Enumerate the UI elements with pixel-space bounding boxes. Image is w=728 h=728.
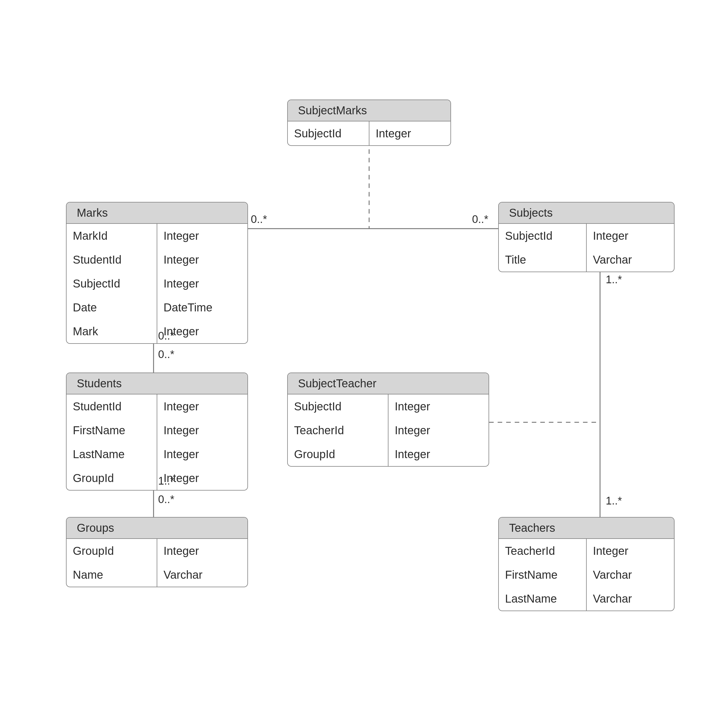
entity-teachers: Teachers TeacherId FirstName LastName In… (498, 517, 674, 611)
field-name: GroupId (67, 539, 157, 563)
field-type: Integer (157, 272, 248, 295)
field-name: LastName (499, 587, 586, 610)
field-type: Integer (388, 418, 489, 442)
field-name: SubjectId (67, 272, 157, 295)
field-type: Integer (587, 539, 674, 563)
er-diagram-canvas: SubjectMarks SubjectId Integer Marks Mar… (0, 0, 728, 728)
field-type: Varchar (157, 563, 248, 587)
field-type: Integer (157, 395, 248, 418)
field-name: Title (499, 248, 586, 272)
field-name: TeacherId (288, 418, 388, 442)
field-type: Varchar (587, 587, 674, 610)
field-name: GroupId (288, 442, 388, 466)
multiplicity-label: 0..* (158, 348, 174, 361)
entity-marks: Marks MarkId StudentId SubjectId Date Ma… (66, 202, 248, 344)
entity-title: Students (67, 373, 248, 395)
field-type: Integer (157, 248, 248, 272)
field-name: GroupId (67, 466, 157, 490)
field-type: Integer (157, 224, 248, 248)
field-name: SubjectId (288, 395, 388, 418)
entity-subjects: Subjects SubjectId Title Integer Varchar (498, 202, 674, 272)
field-type: Varchar (587, 248, 674, 272)
field-name: Mark (67, 320, 157, 343)
entity-subjectteacher: SubjectTeacher SubjectId TeacherId Group… (287, 373, 489, 466)
field-name: LastName (67, 442, 157, 466)
field-type: Integer (157, 418, 248, 442)
multiplicity-label: 1..* (158, 475, 174, 487)
field-name: Date (67, 295, 157, 320)
field-name: SubjectId (499, 224, 586, 248)
field-type: Integer (157, 539, 248, 563)
field-name: Name (67, 563, 157, 587)
entity-title: SubjectMarks (288, 100, 450, 121)
field-name: FirstName (499, 563, 586, 587)
field-name: MarkId (67, 224, 157, 248)
entity-title: Marks (67, 202, 248, 224)
field-type: Integer (587, 224, 674, 248)
multiplicity-label: 0..* (158, 330, 174, 342)
field-type: Integer (388, 442, 489, 466)
multiplicity-label: 0..* (472, 213, 488, 225)
field-name: SubjectId (288, 121, 369, 145)
multiplicity-label: 0..* (251, 213, 267, 225)
field-name: FirstName (67, 418, 157, 442)
field-type: Integer (388, 395, 489, 418)
field-name: StudentId (67, 248, 157, 272)
multiplicity-label: 1..* (606, 274, 622, 286)
entity-title: Teachers (499, 518, 674, 539)
field-type: Integer (157, 442, 248, 466)
entity-groups: Groups GroupId Name Integer Varchar (66, 517, 248, 587)
entity-title: SubjectTeacher (288, 373, 489, 395)
entity-title: Groups (67, 518, 248, 539)
multiplicity-label: 0..* (158, 493, 174, 506)
entity-students: Students StudentId FirstName LastName Gr… (66, 373, 248, 491)
field-type: Integer (369, 121, 450, 145)
field-name: StudentId (67, 395, 157, 418)
entity-subjectmarks: SubjectMarks SubjectId Integer (287, 99, 451, 146)
field-type: DateTime (157, 295, 248, 320)
multiplicity-label: 1..* (606, 495, 622, 507)
field-type: Varchar (587, 563, 674, 587)
entity-title: Subjects (499, 202, 674, 224)
field-name: TeacherId (499, 539, 586, 563)
